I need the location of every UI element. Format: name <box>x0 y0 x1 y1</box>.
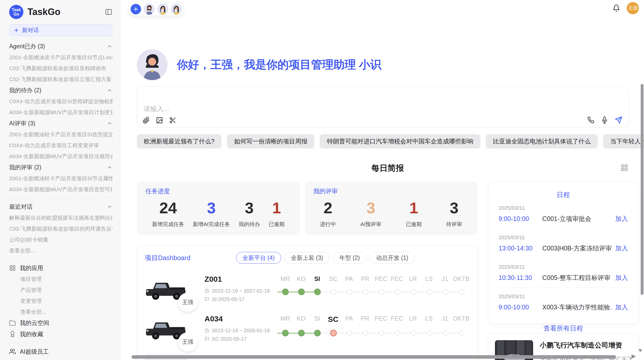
layout-grid-icon[interactable] <box>621 164 628 172</box>
list-item[interactable]: 公司Q3轻卡销量 <box>9 234 112 245</box>
milestone-dot <box>282 289 289 295</box>
sidebar-item-my-apps[interactable]: 我的应用 <box>9 262 112 274</box>
list-item[interactable]: C0X4-动力总成开发项目SI里程碑提交物检查 <box>9 96 112 107</box>
schedule-card: 日程 2025/03/11 9:00-10:00 C001-立项审批会 加入 <box>488 182 638 324</box>
list-item[interactable]: A034-全新新能源MUV产品开发项目计划变更表编写 <box>9 107 112 118</box>
project-row[interactable]: 王强 Z001 2023-12-19 ~ 2027-01-19 <box>145 275 470 303</box>
my-review-card[interactable]: 我的评审 2 进行中 3 AI预评审 <box>305 182 477 235</box>
sidebar-item-label: 我的收藏 <box>20 330 43 338</box>
tab-new-platform[interactable]: 全新平台 (4) <box>236 252 281 264</box>
task-progress-card[interactable]: 任务进度 24 新增完成任务 3 新增AI完成任务 <box>137 182 300 235</box>
stat: 24 新增完成任务 <box>152 199 184 228</box>
schedule-title: 日程 <box>499 190 628 199</box>
project-code: Z001 <box>204 275 277 283</box>
sidebar-item-product-mgmt[interactable]: 产品管理 <box>9 284 112 295</box>
sidebar-item-ai-employee[interactable]: AI超级员工 <box>9 346 112 357</box>
list-item[interactable]: A034-全新新能源MUV产品开发项目造型可行性评审 <box>9 184 112 195</box>
sidebar-item-cloud-space[interactable]: 我的云空间 <box>9 317 112 328</box>
list-item[interactable]: A034-全新新能源MUV产品开发项目法规符合性评审 <box>9 151 112 162</box>
join-link[interactable]: 加入 <box>615 244 628 252</box>
milestone-dot <box>379 289 384 295</box>
section-header-my-todo[interactable]: 我的待办 (2) <box>9 85 112 96</box>
voice-call-icon[interactable] <box>587 116 594 124</box>
suggestion-chip[interactable]: 特朗普可能对进口汽车增税会对中国车企造成哪些影响 <box>320 134 480 148</box>
tab-model-year[interactable]: 年型 (2) <box>333 252 366 264</box>
schedule-item[interactable]: 2025/03/11 9:00-10:00 C001-立项审批会 加入 <box>499 199 628 229</box>
project-row[interactable]: 王强 A034 2023-12-19 ~ 2026-01-19 <box>145 314 470 343</box>
sidebar-item-label: 我的应用 <box>20 264 43 272</box>
list-item[interactable]: Z001-全新燃油轻卡产品开发项目SI节点属性5D文件评审 <box>9 173 112 184</box>
schedule-name: X003-车辆动力学性能验... <box>542 303 612 311</box>
sidebar-item-favorites[interactable]: 我的收藏 <box>9 328 112 340</box>
view-all-chats[interactable]: 查看全部... <box>9 245 112 256</box>
milestone-dot <box>363 330 368 336</box>
suggestion-chip[interactable]: 如何写一份清晰的项目周报 <box>227 134 314 148</box>
project-dates-text: 2023-12-19 ~ 2026-01-19 <box>212 328 270 334</box>
project-dates-text: 2023-12-19 ~ 2027-01-19 <box>212 288 270 294</box>
section-header-ai-review[interactable]: AI评审 (3) <box>9 118 112 129</box>
screenshot-scissors-icon[interactable] <box>169 117 176 124</box>
section-header-my-review[interactable]: 我的评审 (2) <box>9 162 112 173</box>
stat-value: 3 <box>239 199 260 217</box>
scroll-down-arrow-icon[interactable]: ▼ <box>637 347 643 354</box>
collapse-sidebar-icon[interactable] <box>105 8 112 16</box>
sidebar-item-change-mgmt[interactable]: 变更管理 <box>9 295 112 306</box>
logo-line2: Go <box>13 12 19 16</box>
daily-briefing-header: 每日简报 <box>137 163 638 173</box>
send-icon[interactable] <box>615 116 622 124</box>
list-item[interactable]: Z001-全新燃油皮卡产品开发项目SI节点Lesson Learn报告 <box>9 52 112 63</box>
list-item[interactable]: C02-飞腾新能源轻客改款项目里程碑画布 <box>9 63 112 74</box>
suggestion-chip[interactable]: 欧洲新规最近颁布了什么? <box>137 134 222 148</box>
sidebar-item-project-mgmt[interactable]: 项目管理 <box>9 274 112 284</box>
view-all-apps[interactable]: 查看全部... <box>9 306 112 317</box>
microphone-icon[interactable] <box>601 116 608 124</box>
list-item[interactable]: C0X4-动力总成开发项目工程变更评审 <box>9 140 112 151</box>
view-all-schedule-link[interactable]: 查看所有日程 <box>499 324 628 333</box>
suggestion-chips: 欧洲新规最近颁布了什么? 如何写一份清晰的项目周报 特朗普可能对进口汽车增税会对… <box>137 134 638 148</box>
chevron-up-icon[interactable] <box>107 204 112 209</box>
list-item[interactable]: C02-飞腾新能源轻客改款项目立项汇报方案 <box>9 74 112 85</box>
schedule-item[interactable]: 2025/03/11 10:30-11:30 C005-整车工程目标评审 加入 <box>499 258 628 288</box>
list-item[interactable]: 解释最新出台的欧盟报废车法规再生塑料比例被调至15%... <box>9 212 112 223</box>
sidebar: Task Go TaskGo 新对话 Agent已办 (3) Z001-全新燃油… <box>0 0 120 360</box>
stat-value: 3 <box>193 199 230 217</box>
sidebar-item-label: 我的云空间 <box>20 319 49 327</box>
join-link[interactable]: 加入 <box>615 303 628 311</box>
list-item[interactable]: C02-飞腾新能源轻客改款项目的闭环通告反馈情况 <box>9 223 112 234</box>
chevron-up-icon[interactable] <box>107 87 112 93</box>
milestone-track: MRKOSISCPAPRPECFECLRLSJ1OKTB <box>277 315 470 337</box>
milestone-label: PEC <box>373 315 389 324</box>
horizontal-scrollbar[interactable] <box>131 355 616 359</box>
section-header-agent-done[interactable]: Agent已办 (3) <box>9 41 112 52</box>
tab-powertrain[interactable]: 动总开发 (1) <box>370 252 415 264</box>
flag-icon <box>204 337 209 341</box>
milestone-dot <box>411 330 416 336</box>
vertical-scrollbar[interactable] <box>641 84 643 295</box>
join-link[interactable]: 加入 <box>615 274 628 282</box>
image-upload-icon[interactable] <box>156 117 163 124</box>
chevron-up-icon[interactable] <box>107 43 112 49</box>
stat-cards: 任务进度 24 新增完成任务 3 新增AI完成任务 <box>137 182 477 235</box>
suggestion-chip[interactable]: 当下年轻人对汽车外观有怎样的喜好趋势 <box>603 134 644 148</box>
chat-composer[interactable]: 请输入... <box>137 86 629 128</box>
schedule-date: 2025/03/11 <box>499 234 628 241</box>
new-chat-button[interactable]: 新对话 <box>9 24 112 36</box>
schedule-item[interactable]: 2025/03/11 9:00-10:00 X003-车辆动力学性能验... 加… <box>499 288 628 317</box>
chevron-up-icon[interactable] <box>107 164 112 170</box>
card-title: 任务进度 <box>145 187 291 195</box>
join-link[interactable]: 加入 <box>615 215 628 223</box>
schedule-name: C003|H0B-方案冻结评审 <box>542 244 612 252</box>
milestone-dot <box>411 289 416 295</box>
schedule-item[interactable]: 2025/03/11 13:00-14:30 C003|H0B-方案冻结评审 加… <box>499 229 628 258</box>
suggestion-chip[interactable]: 比亚迪全固态电池计划具体说了什么 <box>486 134 598 148</box>
attachment-icon[interactable] <box>143 117 150 124</box>
milestone-dot <box>363 289 368 295</box>
divider <box>0 259 120 259</box>
sidebar-item-help-write[interactable]: 帮我写作 <box>9 357 112 360</box>
tab-new-body[interactable]: 全新上装 (3) <box>285 252 330 264</box>
section-header-recent-chats[interactable]: 最近对话 <box>9 201 112 212</box>
list-item[interactable]: Z001-全新燃油轻卡产品开发项目SI造型提交物评审 <box>9 129 112 140</box>
chevron-up-icon[interactable] <box>107 121 112 126</box>
scroll-right-arrow-icon[interactable]: ▶ <box>632 353 636 359</box>
sidebar-item-label: AI超级员工 <box>20 348 49 356</box>
